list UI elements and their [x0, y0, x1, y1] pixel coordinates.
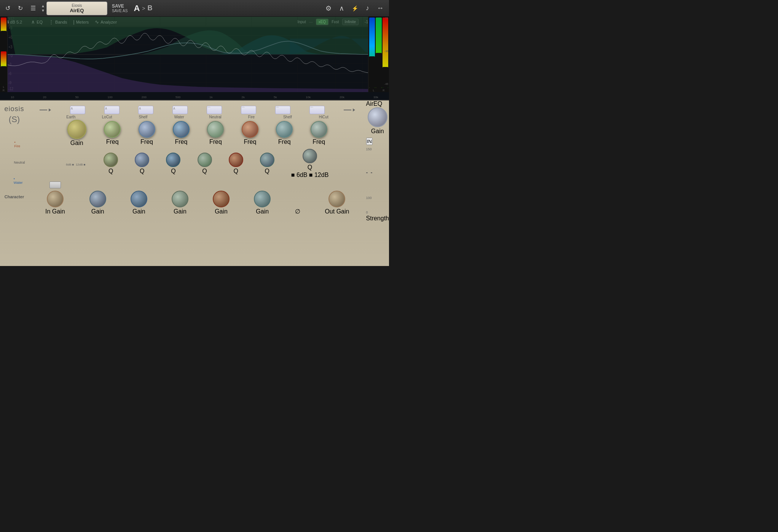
fire-q-knob[interactable] — [229, 153, 243, 167]
ab-a-button[interactable]: A — [134, 3, 140, 13]
in-gain-knob[interactable] — [47, 191, 64, 207]
settings-icon[interactable]: ⚙ — [323, 4, 334, 13]
eq-svg: +12 +9 +6 +3 0 -3 -6 -9 -12 +12 +9 +6 +3… — [8, 17, 381, 92]
hicut-toggle-btn[interactable]: ⌒ — [309, 106, 325, 114]
shelf-low-toggle-btn[interactable]: ∧ — [138, 106, 153, 114]
neutral-q-label: Q — [202, 168, 207, 175]
earth-gain-knob[interactable] — [67, 120, 86, 139]
fire-band-label: Fire — [241, 115, 262, 119]
fire-freq-knob[interactable] — [242, 121, 258, 138]
strength-slider — [366, 152, 389, 194]
shelf-hi-freq-label: Freq — [278, 139, 291, 145]
water-q-label: Q — [171, 168, 175, 175]
earth-toggle-btn[interactable]: ∧ — [70, 106, 85, 114]
preset-name: AirEQ — [54, 8, 99, 13]
vu-right-r: R — [383, 89, 384, 92]
freq-20: 20 — [43, 96, 46, 99]
fire-label: • Fire — [14, 140, 21, 148]
out-gain-label: Out Gain — [325, 208, 349, 215]
water-gain-knob[interactable] — [131, 191, 147, 207]
neutral-q-knob[interactable] — [198, 153, 212, 167]
hicut-freq-label: Freq — [312, 139, 325, 145]
note-icon[interactable]: ♪ — [363, 4, 371, 12]
water-q-knob-wrapper: Q — [166, 153, 180, 175]
strength-0: 0 — [366, 210, 368, 214]
strength-label: Strength — [366, 215, 389, 222]
preset-brand: Eiosis — [54, 3, 99, 8]
air-gain-knob[interactable] — [368, 107, 387, 127]
shelf-hi-gain-knob[interactable] — [254, 191, 271, 207]
shelf-low-q-knob[interactable] — [135, 153, 149, 167]
water-gain-knob-wrapper: Gain — [131, 191, 147, 215]
vu-left: L R — [0, 17, 8, 92]
redo-button[interactable]: ↻ — [16, 3, 25, 13]
hicut-q-wrapper: Q ■ 6dB ■ 12dB — [291, 149, 329, 178]
save-label[interactable]: SAVE — [112, 3, 124, 9]
plugin-body: eiosis (S) • Fire Neutral • Water — [0, 100, 389, 266]
air-eq-logo: AirEQ — [366, 100, 389, 107]
save-as-label[interactable]: SAVE AS — [112, 9, 128, 13]
shelf-low-gain-knob[interactable] — [89, 191, 106, 207]
neutral-gain-knob-wrapper: Gain — [172, 191, 188, 215]
neutral-toggle-btn[interactable]: ⌒ — [207, 106, 222, 114]
ab-b-button[interactable]: B — [148, 4, 153, 12]
shelf-hi-q-knob[interactable] — [260, 153, 274, 167]
shelf-low-freq-knob[interactable] — [139, 121, 155, 138]
water-gain-label: Gain — [132, 208, 145, 215]
water-freq-knob[interactable] — [173, 121, 190, 138]
shelf-hi-freq-knob[interactable] — [276, 121, 293, 138]
phase-button[interactable]: ∅ — [295, 208, 300, 215]
hicut-slope-labels: ■ 6dB ■ 12dB — [291, 172, 329, 178]
neutral-gain-knob[interactable] — [172, 191, 188, 207]
locut-toggle-btn[interactable]: ∧ — [104, 106, 120, 114]
freq-20k: 20k — [340, 96, 344, 99]
input-arrow-left — [40, 108, 51, 111]
freq-1k: 1k — [209, 96, 212, 99]
neutral-freq-knob[interactable] — [207, 121, 224, 138]
in-gain-toggle[interactable] — [49, 182, 61, 188]
neutral-freq-label: Freq — [209, 139, 222, 145]
earth-gain-knob-wrapper: Gain — [67, 120, 86, 147]
strength-150: 150 — [366, 147, 372, 151]
locut-freq-label: Freq — [106, 139, 119, 145]
preset-box[interactable]: Eiosis AirEQ — [46, 2, 107, 15]
fire-toggle-btn[interactable]: ⌒ — [241, 106, 256, 114]
locut-band-label: LoCut — [97, 115, 118, 119]
water-toggle-btn[interactable]: ∧ — [172, 106, 188, 114]
out-gain-knob[interactable] — [328, 191, 345, 207]
earth-slope-labels: 6dB ■ 12dB ■ — [66, 160, 87, 167]
out-gain-knob-wrapper: Out Gain — [325, 191, 349, 215]
in-gain-knob-wrapper: In Gain — [45, 182, 65, 215]
db-scale-right-48: -48 — [384, 83, 388, 85]
freq-knobs-row: Gain Freq Freq Freq — [30, 120, 365, 147]
solo-icon[interactable]: ⚡ — [349, 5, 360, 11]
neutral-gain-label: Gain — [174, 208, 187, 215]
earth-band-label: Earth — [61, 115, 81, 119]
freq-2k: 2k — [242, 96, 245, 99]
earth-q-spacer: 6dB ■ 12dB ■ — [66, 160, 87, 167]
fire-gain-knob[interactable] — [213, 191, 230, 207]
db-scale-right-36: -36 — [384, 50, 388, 53]
hicut-q-knob[interactable] — [303, 149, 317, 163]
menu-button[interactable]: ☰ — [28, 3, 38, 13]
freq-100: 100 — [107, 96, 112, 99]
hicut-freq-knob[interactable] — [311, 121, 327, 138]
water-q-knob[interactable] — [166, 153, 180, 167]
band-labels-row: Earth LoCut Shelf Water Neutral Fire She… — [30, 114, 365, 120]
air-gain-knob-wrapper: Gain — [366, 107, 389, 135]
db-scale-right-24: -24 — [384, 17, 388, 19]
character-slider-container: • Fire Neutral • Water Character — [5, 132, 24, 266]
shelf-hi-toggle-btn[interactable]: ⌒ — [275, 106, 290, 114]
preset-arrows[interactable]: ▲ ▼ — [41, 4, 45, 13]
vu-right: L R -24 -36 -48 — [368, 17, 389, 92]
toolbar: ↺ ↻ ☰ ▲ ▼ Eiosis AirEQ SAVE SAVE AS A > … — [0, 0, 389, 17]
envelope-icon[interactable]: ∧ — [337, 4, 346, 13]
locut-q-knob[interactable] — [104, 153, 118, 167]
expand-icon[interactable]: ↔ — [375, 4, 386, 12]
locut-freq-knob[interactable] — [104, 121, 121, 138]
brand-name: eiosis — [4, 105, 24, 113]
fire-freq-knob-wrapper: Freq — [242, 121, 258, 145]
in-button[interactable]: IN — [366, 138, 373, 145]
undo-button[interactable]: ↺ — [3, 3, 13, 13]
output-arrow-right — [344, 108, 355, 111]
